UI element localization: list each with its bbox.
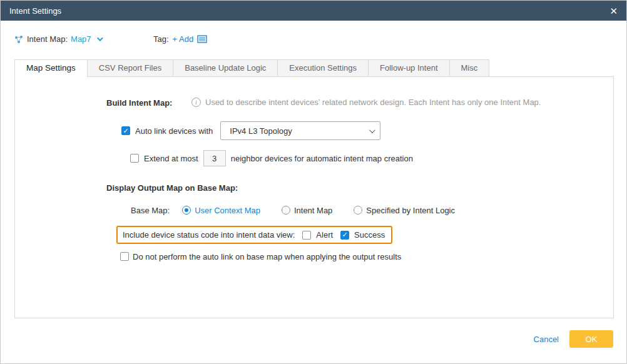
toolbar: Intent Map: Map7 Tag: + Add	[14, 34, 613, 48]
tab-execution-settings[interactable]: Execution Settings	[277, 59, 369, 77]
auto-link-row: Auto link devices with IPv4 L3 Topology	[121, 121, 380, 140]
tab-csv-report-files[interactable]: CSV Report Files	[87, 59, 173, 77]
tag-add-link[interactable]: + Add	[173, 34, 194, 44]
display-output-heading: Display Output Map on Base Map:	[106, 183, 238, 193]
tab-follow-up-intent[interactable]: Follow-up Intent	[368, 59, 450, 77]
map-settings-panel: Build Intent Map: Used to describe inten…	[14, 76, 614, 318]
base-map-row: Base Map: User Context Map Intent Map Sp…	[131, 205, 471, 216]
info-icon	[191, 98, 201, 107]
info-text: Used to describe intent devices’ related…	[205, 98, 541, 107]
intent-map-label: Intent Map:	[27, 34, 68, 44]
extend-row: Extend at most neighbor devices for auto…	[130, 150, 413, 166]
tab-map-settings[interactable]: Map Settings	[14, 59, 88, 78]
topology-select-value: IPv4 L3 Topology	[230, 126, 369, 136]
intent-map-value[interactable]: Map7	[71, 34, 91, 44]
status-code-label: Include device status code into intent d…	[123, 230, 295, 240]
radio-intent-map[interactable]: Intent Map	[282, 206, 332, 215]
success-checkbox[interactable]	[340, 231, 349, 240]
close-icon[interactable]: ✕	[609, 6, 618, 16]
alert-checkbox[interactable]	[302, 231, 311, 240]
chevron-down-icon	[369, 127, 375, 133]
no-auto-link-label: Do not perform the auto link on base map…	[133, 252, 401, 261]
tag-list-icon[interactable]	[197, 35, 207, 43]
success-label: Success	[354, 230, 385, 240]
intent-map-icon	[14, 35, 24, 44]
build-intent-map-info: Used to describe intent devices’ related…	[191, 98, 541, 107]
no-auto-link-row: Do not perform the auto link on base map…	[120, 251, 401, 262]
auto-link-label: Auto link devices with	[135, 126, 213, 136]
extend-suffix: neighbor devices for automatic intent ma…	[231, 154, 413, 163]
extend-count-input[interactable]	[203, 150, 226, 166]
tab-bar: Map Settings CSV Report Files Baseline U…	[14, 59, 489, 78]
topology-select[interactable]: IPv4 L3 Topology	[220, 121, 380, 140]
extend-label: Extend at most	[144, 154, 198, 163]
tab-baseline-update-logic[interactable]: Baseline Update Logic	[173, 59, 278, 77]
radio-icon[interactable]	[182, 206, 191, 215]
base-map-label: Base Map:	[131, 206, 170, 215]
tag-label: Tag:	[153, 34, 169, 44]
radio-label: User Context Map	[195, 206, 260, 215]
cancel-button[interactable]: Cancel	[534, 335, 559, 344]
no-auto-link-checkbox[interactable]	[120, 252, 129, 261]
radio-specified-by-intent-logic[interactable]: Specified by Intent Logic	[354, 206, 455, 215]
intent-map-selector[interactable]: Intent Map: Map7	[14, 34, 101, 44]
radio-user-context-map[interactable]: User Context Map	[182, 206, 260, 215]
auto-link-checkbox[interactable]	[121, 126, 130, 135]
build-intent-map-heading: Build Intent Map:	[106, 98, 172, 108]
ok-button[interactable]: OK	[569, 330, 613, 348]
radio-icon[interactable]	[282, 206, 290, 215]
radio-label: Intent Map	[294, 206, 332, 215]
tag-group: Tag: + Add	[153, 34, 207, 44]
alert-label: Alert	[316, 230, 333, 240]
chevron-down-icon[interactable]	[97, 35, 103, 41]
dialog-title: Intent Settings	[9, 6, 61, 16]
tab-misc[interactable]: Misc	[449, 59, 490, 77]
radio-label: Specified by Intent Logic	[366, 206, 455, 215]
dialog-header: Intent Settings ✕	[1, 1, 626, 21]
extend-checkbox[interactable]	[130, 154, 139, 163]
radio-icon[interactable]	[354, 206, 362, 215]
device-status-code-group: Include device status code into intent d…	[116, 226, 392, 244]
